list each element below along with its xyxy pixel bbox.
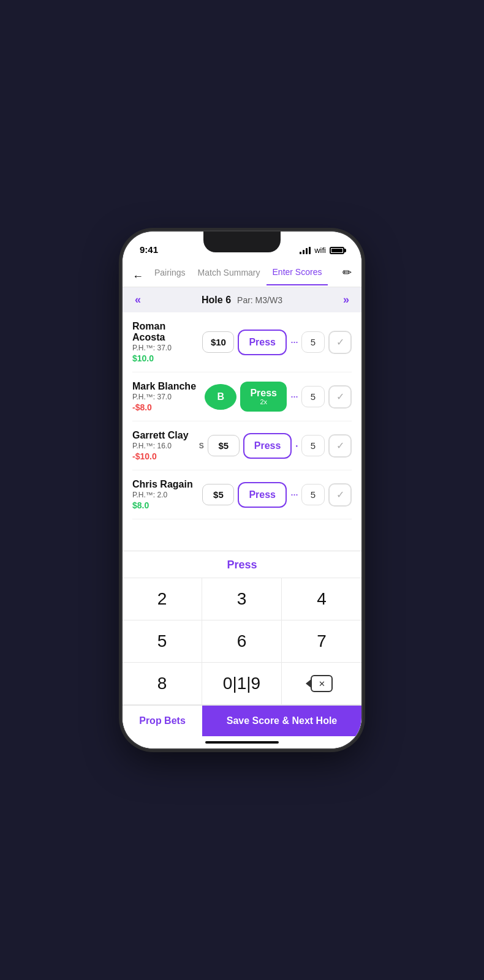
- key-3[interactable]: 3: [202, 578, 282, 620]
- press-button[interactable]: Press: [238, 330, 287, 355]
- score-box[interactable]: 5: [301, 331, 325, 353]
- player-info: Roman Acosta P.H.™: 37.0 $10.0: [132, 321, 196, 363]
- bet-amount[interactable]: $5: [202, 484, 234, 505]
- player-row: Mark Blanche P.H.™: 37.0 -$8.0 B Press 2…: [132, 372, 352, 421]
- press-button-active[interactable]: Press 2x: [240, 382, 287, 412]
- hole-info: Hole 6 Par: M3/W3: [202, 295, 282, 306]
- press-label: Press: [250, 388, 277, 399]
- player-row: Chris Ragain P.H.™: 2.0 $8.0 $5 Press ··…: [132, 470, 352, 519]
- bet-amount[interactable]: $5: [208, 435, 240, 456]
- press-button[interactable]: Press: [243, 433, 292, 459]
- keyboard-label: Press: [123, 551, 361, 578]
- hole-nav: « Hole 6 Par: M3/W3 »: [123, 287, 361, 312]
- players-list: Roman Acosta P.H.™: 37.0 $10.0 $10 Press…: [123, 312, 361, 551]
- more-options-icon[interactable]: ···: [290, 390, 298, 403]
- more-options-icon[interactable]: ●: [295, 444, 298, 448]
- player-info: Chris Ragain P.H.™: 2.0 $8.0: [132, 479, 196, 510]
- back-button[interactable]: ←: [132, 270, 148, 283]
- score-box[interactable]: 5: [301, 484, 325, 505]
- check-button[interactable]: ✓: [328, 434, 352, 458]
- player-handicap: P.H.™: 16.0: [132, 442, 193, 450]
- battery-icon: [330, 247, 344, 254]
- key-7[interactable]: 7: [282, 620, 361, 663]
- key-4[interactable]: 4: [282, 578, 361, 620]
- player-controls: $10 Press ··· 5 ✓: [202, 330, 352, 355]
- player-name: Mark Blanche: [132, 381, 199, 392]
- press-sublabel: 2x: [260, 398, 267, 405]
- player-info: Garrett Clay P.H.™: 16.0 -$10.0: [132, 430, 193, 461]
- player-name: Chris Ragain: [132, 479, 196, 490]
- edit-button[interactable]: ✏: [342, 266, 352, 287]
- save-score-button[interactable]: Save Score & Next Hole: [202, 706, 361, 736]
- prop-bets-button[interactable]: Prop Bets: [123, 706, 202, 736]
- phone-screen: 9:41 wifi ← Pairings Match Summary: [123, 232, 361, 748]
- tab-match-summary[interactable]: Match Summary: [192, 268, 267, 285]
- next-hole-button[interactable]: »: [343, 293, 349, 306]
- home-bar: [205, 741, 279, 744]
- player-balance: -$10.0: [132, 451, 193, 461]
- check-button[interactable]: ✓: [328, 331, 352, 354]
- keyboard-section: Press 2 3 4 5 6 7 8 0|1|9 ✕: [123, 551, 361, 705]
- player-handicap: P.H.™: 2.0: [132, 491, 196, 499]
- key-8[interactable]: 8: [123, 663, 202, 705]
- player-balance: $8.0: [132, 500, 196, 510]
- player-controls: S $5 Press ● 5 ✓: [199, 433, 352, 459]
- player-balance: $10.0: [132, 353, 196, 363]
- content-area: ← Pairings Match Summary Enter Scores ✏ …: [123, 258, 361, 748]
- notch: [203, 232, 281, 252]
- player-name: Garrett Clay: [132, 430, 193, 441]
- score-box[interactable]: 5: [301, 386, 325, 407]
- tab-enter-scores[interactable]: Enter Scores: [267, 267, 328, 285]
- status-time: 9:41: [140, 244, 158, 255]
- phone-frame: 9:41 wifi ← Pairings Match Summary: [123, 232, 361, 748]
- hole-title: Hole 6: [202, 295, 231, 306]
- score-box[interactable]: 5: [301, 435, 325, 456]
- player-name: Roman Acosta: [132, 321, 196, 343]
- prev-hole-button[interactable]: «: [135, 293, 141, 306]
- player-controls: $5 Press ··· 5 ✓: [202, 482, 352, 508]
- bet-amount[interactable]: $10: [202, 331, 234, 353]
- bottom-bar: Prop Bets Save Score & Next Hole: [123, 705, 361, 736]
- delete-key[interactable]: ✕: [282, 663, 361, 705]
- press-button[interactable]: Press: [238, 482, 287, 508]
- more-options-icon[interactable]: ···: [290, 488, 298, 501]
- key-2[interactable]: 2: [123, 578, 202, 620]
- signal-icon: [300, 247, 311, 254]
- s-label: S: [199, 442, 204, 450]
- player-handicap: P.H.™: 37.0: [132, 393, 199, 401]
- player-info: Mark Blanche P.H.™: 37.0 -$8.0: [132, 381, 199, 412]
- player-handicap: P.H.™: 37.0: [132, 344, 196, 352]
- tab-pairings[interactable]: Pairings: [148, 268, 192, 285]
- check-button[interactable]: ✓: [328, 483, 352, 507]
- key-5[interactable]: 5: [123, 620, 202, 663]
- bet-amount-avatar[interactable]: B: [205, 384, 236, 410]
- player-controls: B Press 2x ··· 5 ✓: [205, 382, 352, 412]
- home-indicator: [123, 736, 361, 748]
- key-6[interactable]: 6: [202, 620, 282, 663]
- nav-tabs: ← Pairings Match Summary Enter Scores ✏: [123, 258, 361, 287]
- status-icons: wifi: [300, 246, 344, 255]
- hole-par: Par: M3/W3: [237, 295, 282, 305]
- wifi-icon: wifi: [314, 246, 326, 255]
- player-balance: -$8.0: [132, 402, 199, 412]
- check-button[interactable]: ✓: [328, 385, 352, 409]
- player-row: Roman Acosta P.H.™: 37.0 $10.0 $10 Press…: [132, 312, 352, 372]
- keyboard-grid: 2 3 4 5 6 7 8 0|1|9 ✕: [123, 578, 361, 705]
- key-019[interactable]: 0|1|9: [202, 663, 282, 705]
- more-options-icon[interactable]: ···: [290, 336, 298, 349]
- player-row: Garrett Clay P.H.™: 16.0 -$10.0 S $5 Pre…: [132, 421, 352, 470]
